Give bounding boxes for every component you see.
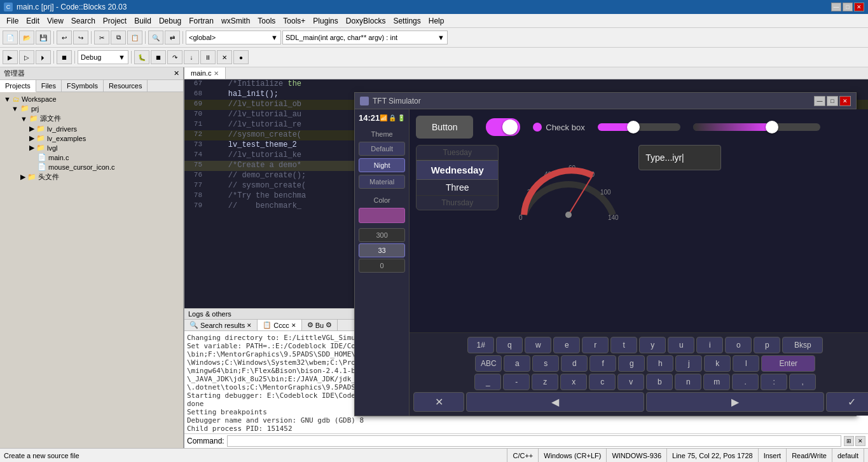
color-33-btn[interactable]: 33 <box>359 243 405 257</box>
theme-default-btn[interactable]: Default <box>359 142 405 156</box>
minimize-button[interactable]: — <box>831 3 841 11</box>
stop-btn[interactable]: ⏹ <box>57 50 72 64</box>
debug-stop-btn[interactable]: ⏹ <box>151 50 166 64</box>
paste-btn[interactable]: 📋 <box>127 31 142 44</box>
tree-main-c[interactable]: 📄 main.c <box>3 153 181 162</box>
command-input[interactable] <box>227 435 841 447</box>
menu-wxsmith[interactable]: wxSmith <box>217 15 254 27</box>
code-tab-main[interactable]: main.c ✕ <box>184 67 226 79</box>
tree-prj[interactable]: ▼ 📁 prj <box>3 104 181 113</box>
kb-key-z[interactable]: z <box>532 374 558 390</box>
tree-lv-examples[interactable]: ▶ 📁 lv_examples <box>3 133 181 143</box>
kb-key-cancel[interactable]: ✕ <box>413 392 464 412</box>
kb-key-c[interactable]: c <box>589 374 616 390</box>
kb-key-o[interactable]: o <box>725 337 752 353</box>
menu-doxyblocks[interactable]: DoxyBlocks <box>342 15 390 27</box>
tree-lv-drivers[interactable]: ▶ 📁 lv_drivers <box>3 124 181 133</box>
kb-key-w[interactable]: w <box>525 337 551 353</box>
debug-step-btn[interactable]: ↓ <box>184 50 199 64</box>
menu-view[interactable]: View <box>43 15 67 27</box>
menu-plugins[interactable]: Plugins <box>309 15 341 27</box>
find-btn[interactable]: 🔍 <box>148 31 163 44</box>
logs-tab-build[interactable]: ⚙ Bu ⚙ <box>302 320 338 330</box>
tab-files[interactable]: Files <box>36 80 62 92</box>
copy-btn[interactable]: ⧉ <box>111 31 126 44</box>
kb-key-h[interactable]: h <box>647 355 673 372</box>
panel-close-icon[interactable]: ✕ <box>174 69 179 78</box>
lv-button[interactable]: Button <box>416 116 473 139</box>
kb-key-d[interactable]: d <box>561 355 588 372</box>
replace-btn[interactable]: ⇄ <box>165 31 180 44</box>
kb-key-semicolon[interactable]: , <box>789 374 816 390</box>
tab-resources[interactable]: Resources <box>104 80 148 92</box>
maximize-button[interactable]: □ <box>843 3 853 11</box>
tree-mouse-cursor[interactable]: 📄 mouse_cursor_icon.c <box>3 162 181 172</box>
tft-close-btn[interactable]: ✕ <box>839 96 851 106</box>
kb-key-l[interactable]: l <box>733 355 759 372</box>
run-btn[interactable]: ▷ <box>19 50 34 64</box>
menu-debug[interactable]: Debug <box>155 15 185 27</box>
kb-key-s[interactable]: s <box>532 355 559 372</box>
theme-night-btn[interactable]: Night <box>359 158 405 172</box>
kb-key-q[interactable]: q <box>496 337 523 353</box>
tab-close-icon[interactable]: ✕ <box>214 70 219 77</box>
kb-key-a[interactable]: a <box>504 355 530 372</box>
checkbox-widget[interactable]: Check box <box>533 123 584 132</box>
menu-fortran[interactable]: Fortran <box>185 15 217 27</box>
kb-key-minus[interactable]: - <box>503 374 530 390</box>
build-tab-settings[interactable]: ⚙ <box>326 321 332 329</box>
menu-settings[interactable]: Settings <box>389 15 424 27</box>
debug-abort-btn[interactable]: ✕ <box>217 50 232 64</box>
tree-lvgl[interactable]: ▶ 📁 lvgl <box>3 143 181 153</box>
debug-next-btn[interactable]: ↷ <box>167 50 183 64</box>
logs-tab-search[interactable]: 🔍 Search results ✕ <box>184 320 258 330</box>
kb-key-r[interactable]: r <box>582 337 609 353</box>
kb-key-k[interactable]: k <box>704 355 731 372</box>
kb-key-1hash[interactable]: 1# <box>467 337 494 353</box>
kb-key-x[interactable]: x <box>560 374 587 390</box>
color-300-btn[interactable]: 300 <box>359 228 405 242</box>
debug-config-dropdown[interactable]: Debug ▼ <box>78 50 128 64</box>
logs-icon2[interactable]: ✕ <box>855 436 865 446</box>
kb-key-left[interactable]: ◀ <box>466 392 644 412</box>
cut-btn[interactable]: ✂ <box>94 31 109 44</box>
kb-key-dot[interactable]: . <box>732 374 759 390</box>
menu-search[interactable]: Search <box>67 15 99 27</box>
kb-key-colon[interactable]: : <box>761 374 787 390</box>
new-file-btn[interactable]: 📄 <box>3 31 18 44</box>
textarea-widget[interactable]: Type...iyr| <box>638 145 721 170</box>
tree-workspace[interactable]: ▼ 🗂 Workspace <box>3 95 181 104</box>
debug-start-btn[interactable]: 🐛 <box>134 50 149 64</box>
close-button[interactable]: ✕ <box>854 3 864 11</box>
kb-key-n[interactable]: n <box>675 374 701 390</box>
kb-key-b[interactable]: b <box>646 374 673 390</box>
menu-toolsplus[interactable]: Tools+ <box>279 15 309 27</box>
kb-key-underscore[interactable]: _ <box>474 374 501 390</box>
kb-key-f[interactable]: f <box>589 355 616 372</box>
kb-key-enter[interactable]: Enter <box>761 355 815 372</box>
kb-key-g[interactable]: g <box>618 355 645 372</box>
menu-file[interactable]: File <box>3 15 22 27</box>
tft-minimize-btn[interactable]: — <box>814 96 825 106</box>
slider-big[interactable] <box>693 123 820 131</box>
kb-key-e[interactable]: e <box>553 337 580 353</box>
menu-tools[interactable]: Tools <box>254 15 279 27</box>
tree-sources[interactable]: ▼ 📁 源文件 <box>3 113 181 124</box>
undo-btn[interactable]: ↩ <box>57 31 72 44</box>
tab-fsymbols[interactable]: FSymbols <box>62 80 104 92</box>
tree-headers[interactable]: ▶ 📁 头文件 <box>3 172 181 182</box>
kb-key-p[interactable]: p <box>754 337 780 353</box>
debug-pause-btn[interactable]: ⏸ <box>200 50 216 64</box>
debug-bp-btn[interactable]: ● <box>233 50 249 64</box>
redo-btn[interactable]: ↪ <box>73 31 88 44</box>
menu-build[interactable]: Build <box>130 15 155 27</box>
search-tab-close[interactable]: ✕ <box>247 322 252 329</box>
kb-key-right[interactable]: ▶ <box>646 392 824 412</box>
func-dropdown[interactable]: SDL_main(int argc, char** argv) : int ▼ <box>282 31 448 44</box>
kb-key-i[interactable]: i <box>696 337 723 353</box>
save-btn[interactable]: 💾 <box>36 31 51 44</box>
kb-key-confirm[interactable]: ✓ <box>826 392 868 412</box>
tft-maximize-btn[interactable]: □ <box>827 96 838 106</box>
kb-key-y[interactable]: y <box>639 337 666 353</box>
kb-key-bksp[interactable]: Bksp <box>782 337 823 353</box>
